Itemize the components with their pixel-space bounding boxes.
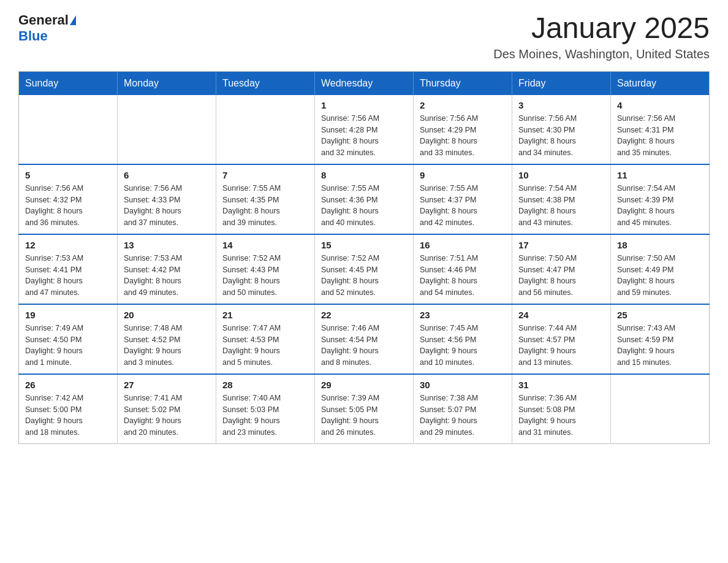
day-info: Sunrise: 7:50 AMSunset: 4:47 PMDaylight:… <box>518 253 604 299</box>
calendar-cell <box>118 95 216 164</box>
location-title: Des Moines, Washington, United States <box>493 47 710 61</box>
column-header-monday: Monday <box>118 71 216 95</box>
day-number: 24 <box>518 310 604 320</box>
calendar-cell: 7Sunrise: 7:55 AMSunset: 4:35 PMDaylight… <box>216 164 315 234</box>
column-header-saturday: Saturday <box>611 71 710 95</box>
calendar-cell: 20Sunrise: 7:48 AMSunset: 4:52 PMDayligh… <box>118 304 216 374</box>
day-number: 28 <box>222 380 308 390</box>
day-number: 30 <box>420 380 506 390</box>
calendar-cell <box>216 95 315 164</box>
calendar-week-row: 19Sunrise: 7:49 AMSunset: 4:50 PMDayligh… <box>19 304 710 374</box>
day-number: 22 <box>321 310 407 320</box>
calendar-cell: 12Sunrise: 7:53 AMSunset: 4:41 PMDayligh… <box>19 234 118 304</box>
day-info: Sunrise: 7:55 AMSunset: 4:35 PMDaylight:… <box>222 183 308 229</box>
logo: General Blue <box>18 12 77 44</box>
day-info: Sunrise: 7:39 AMSunset: 5:05 PMDaylight:… <box>321 393 407 439</box>
calendar-cell: 19Sunrise: 7:49 AMSunset: 4:50 PMDayligh… <box>19 304 118 374</box>
column-header-friday: Friday <box>512 71 611 95</box>
page-header: General Blue January 2025 Des Moines, Wa… <box>18 12 710 61</box>
day-number: 1 <box>321 100 407 110</box>
day-info: Sunrise: 7:45 AMSunset: 4:56 PMDaylight:… <box>420 323 506 369</box>
day-number: 9 <box>420 170 506 180</box>
day-number: 14 <box>222 240 308 250</box>
logo-blue-text: Blue <box>18 28 48 44</box>
day-number: 13 <box>124 240 210 250</box>
calendar-cell: 5Sunrise: 7:56 AMSunset: 4:32 PMDaylight… <box>19 164 118 234</box>
logo-triangle-icon <box>70 15 76 25</box>
day-number: 8 <box>321 170 407 180</box>
day-number: 3 <box>518 100 604 110</box>
day-number: 16 <box>420 240 506 250</box>
day-number: 2 <box>420 100 506 110</box>
day-number: 10 <box>518 170 604 180</box>
day-number: 5 <box>25 170 111 180</box>
day-number: 23 <box>420 310 506 320</box>
day-number: 7 <box>222 170 308 180</box>
day-info: Sunrise: 7:56 AMSunset: 4:30 PMDaylight:… <box>518 113 604 159</box>
day-info: Sunrise: 7:55 AMSunset: 4:36 PMDaylight:… <box>321 183 407 229</box>
day-info: Sunrise: 7:41 AMSunset: 5:02 PMDaylight:… <box>124 393 210 439</box>
calendar-cell: 18Sunrise: 7:50 AMSunset: 4:49 PMDayligh… <box>611 234 710 304</box>
day-info: Sunrise: 7:38 AMSunset: 5:07 PMDaylight:… <box>420 393 506 439</box>
calendar-week-row: 1Sunrise: 7:56 AMSunset: 4:28 PMDaylight… <box>19 95 710 164</box>
day-info: Sunrise: 7:53 AMSunset: 4:41 PMDaylight:… <box>25 253 111 299</box>
calendar-cell: 22Sunrise: 7:46 AMSunset: 4:54 PMDayligh… <box>315 304 414 374</box>
title-area: January 2025 Des Moines, Washington, Uni… <box>493 12 710 61</box>
calendar-cell: 17Sunrise: 7:50 AMSunset: 4:47 PMDayligh… <box>512 234 611 304</box>
day-info: Sunrise: 7:50 AMSunset: 4:49 PMDaylight:… <box>617 253 703 299</box>
day-info: Sunrise: 7:56 AMSunset: 4:28 PMDaylight:… <box>321 113 407 159</box>
calendar-cell: 29Sunrise: 7:39 AMSunset: 5:05 PMDayligh… <box>315 374 414 444</box>
day-number: 29 <box>321 380 407 390</box>
calendar-cell: 9Sunrise: 7:55 AMSunset: 4:37 PMDaylight… <box>414 164 512 234</box>
day-number: 25 <box>617 310 703 320</box>
month-title: January 2025 <box>493 12 710 45</box>
column-header-tuesday: Tuesday <box>216 71 315 95</box>
calendar-cell: 27Sunrise: 7:41 AMSunset: 5:02 PMDayligh… <box>118 374 216 444</box>
calendar-cell: 6Sunrise: 7:56 AMSunset: 4:33 PMDaylight… <box>118 164 216 234</box>
calendar-cell: 16Sunrise: 7:51 AMSunset: 4:46 PMDayligh… <box>414 234 512 304</box>
calendar-cell: 25Sunrise: 7:43 AMSunset: 4:59 PMDayligh… <box>611 304 710 374</box>
day-info: Sunrise: 7:40 AMSunset: 5:03 PMDaylight:… <box>222 393 308 439</box>
day-info: Sunrise: 7:56 AMSunset: 4:31 PMDaylight:… <box>617 113 703 159</box>
day-number: 26 <box>25 380 111 390</box>
day-number: 4 <box>617 100 703 110</box>
calendar-cell: 15Sunrise: 7:52 AMSunset: 4:45 PMDayligh… <box>315 234 414 304</box>
calendar-cell: 26Sunrise: 7:42 AMSunset: 5:00 PMDayligh… <box>19 374 118 444</box>
day-info: Sunrise: 7:56 AMSunset: 4:33 PMDaylight:… <box>124 183 210 229</box>
day-number: 17 <box>518 240 604 250</box>
calendar-cell <box>19 95 118 164</box>
calendar-cell: 2Sunrise: 7:56 AMSunset: 4:29 PMDaylight… <box>414 95 512 164</box>
calendar-cell: 28Sunrise: 7:40 AMSunset: 5:03 PMDayligh… <box>216 374 315 444</box>
calendar-cell: 30Sunrise: 7:38 AMSunset: 5:07 PMDayligh… <box>414 374 512 444</box>
day-info: Sunrise: 7:36 AMSunset: 5:08 PMDaylight:… <box>518 393 604 439</box>
calendar-cell: 8Sunrise: 7:55 AMSunset: 4:36 PMDaylight… <box>315 164 414 234</box>
day-info: Sunrise: 7:54 AMSunset: 4:38 PMDaylight:… <box>518 183 604 229</box>
calendar-cell: 13Sunrise: 7:53 AMSunset: 4:42 PMDayligh… <box>118 234 216 304</box>
day-number: 12 <box>25 240 111 250</box>
calendar-cell: 3Sunrise: 7:56 AMSunset: 4:30 PMDaylight… <box>512 95 611 164</box>
calendar-week-row: 26Sunrise: 7:42 AMSunset: 5:00 PMDayligh… <box>19 374 710 444</box>
day-info: Sunrise: 7:56 AMSunset: 4:32 PMDaylight:… <box>25 183 111 229</box>
calendar-cell: 21Sunrise: 7:47 AMSunset: 4:53 PMDayligh… <box>216 304 315 374</box>
day-info: Sunrise: 7:48 AMSunset: 4:52 PMDaylight:… <box>124 323 210 369</box>
calendar-week-row: 5Sunrise: 7:56 AMSunset: 4:32 PMDaylight… <box>19 164 710 234</box>
day-info: Sunrise: 7:46 AMSunset: 4:54 PMDaylight:… <box>321 323 407 369</box>
calendar-table: SundayMondayTuesdayWednesdayThursdayFrid… <box>18 71 710 444</box>
day-number: 11 <box>617 170 703 180</box>
column-header-wednesday: Wednesday <box>315 71 414 95</box>
day-info: Sunrise: 7:54 AMSunset: 4:39 PMDaylight:… <box>617 183 703 229</box>
day-info: Sunrise: 7:56 AMSunset: 4:29 PMDaylight:… <box>420 113 506 159</box>
calendar-cell: 31Sunrise: 7:36 AMSunset: 5:08 PMDayligh… <box>512 374 611 444</box>
day-number: 21 <box>222 310 308 320</box>
calendar-cell: 24Sunrise: 7:44 AMSunset: 4:57 PMDayligh… <box>512 304 611 374</box>
calendar-cell: 4Sunrise: 7:56 AMSunset: 4:31 PMDaylight… <box>611 95 710 164</box>
calendar-week-row: 12Sunrise: 7:53 AMSunset: 4:41 PMDayligh… <box>19 234 710 304</box>
column-header-thursday: Thursday <box>414 71 512 95</box>
day-info: Sunrise: 7:52 AMSunset: 4:43 PMDaylight:… <box>222 253 308 299</box>
day-number: 19 <box>25 310 111 320</box>
day-info: Sunrise: 7:53 AMSunset: 4:42 PMDaylight:… <box>124 253 210 299</box>
calendar-cell: 11Sunrise: 7:54 AMSunset: 4:39 PMDayligh… <box>611 164 710 234</box>
day-info: Sunrise: 7:47 AMSunset: 4:53 PMDaylight:… <box>222 323 308 369</box>
day-info: Sunrise: 7:55 AMSunset: 4:37 PMDaylight:… <box>420 183 506 229</box>
calendar-cell: 1Sunrise: 7:56 AMSunset: 4:28 PMDaylight… <box>315 95 414 164</box>
